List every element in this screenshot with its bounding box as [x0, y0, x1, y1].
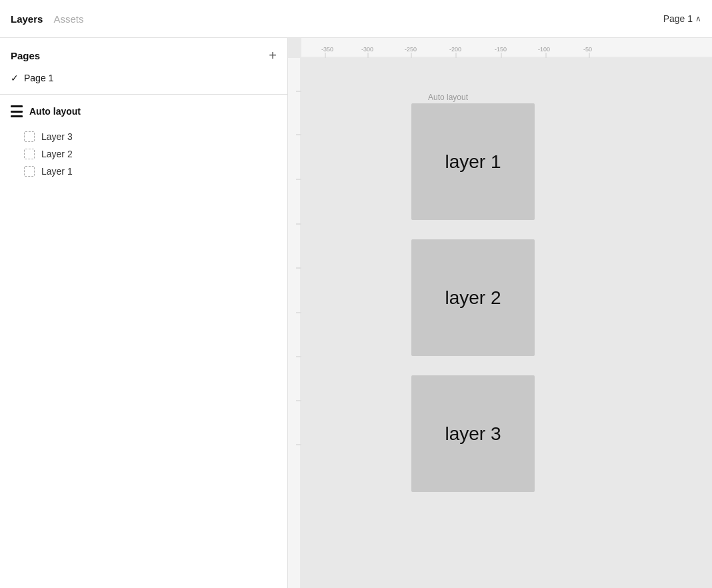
- pages-section: Pages + ✓ Page 1: [0, 38, 287, 95]
- layer-item-1[interactable]: Layer 1: [11, 163, 277, 180]
- checkmark-icon: ✓: [11, 73, 19, 83]
- svg-text:-200: -200: [449, 46, 461, 53]
- svg-text:-250: -250: [405, 46, 417, 53]
- ruler-horizontal: -350 -300 -250 -200 -150 -100 -50: [301, 38, 712, 58]
- pages-header: Pages +: [11, 49, 277, 62]
- canvas-box-layer1-label: layer 1: [445, 151, 501, 173]
- pages-title: Pages: [11, 50, 40, 61]
- layer-item-3[interactable]: Layer 3: [11, 128, 277, 145]
- header-left: Layers Assets: [11, 13, 663, 25]
- chevron-up-icon: ∧: [695, 14, 701, 23]
- canvas-box-layer2-label: layer 2: [445, 287, 501, 309]
- page-name: Page 1: [24, 73, 53, 83]
- svg-text:-50: -50: [583, 46, 592, 53]
- layer-dashed-icon: [24, 166, 35, 177]
- page-selector-label: Page 1: [663, 13, 693, 24]
- layer-name-2: Layer 2: [41, 149, 73, 159]
- ruler-vertical: -100 -50 0 50 100 150 200 250 300: [288, 58, 301, 588]
- layer-dashed-icon: [24, 131, 35, 142]
- header: Layers Assets Page 1 ∧: [0, 0, 712, 38]
- canvas-content: Auto layout layer 1 layer 2 layer 3: [301, 58, 712, 588]
- layer-name-1: Layer 1: [41, 166, 73, 177]
- svg-rect-16: [288, 58, 301, 588]
- svg-text:-150: -150: [495, 46, 507, 53]
- canvas[interactable]: -350 -300 -250 -200 -150 -100 -50: [288, 38, 712, 588]
- layers-section: Auto layout Layer 3 Layer 2 Layer 1: [0, 95, 287, 191]
- tab-assets[interactable]: Assets: [53, 13, 83, 25]
- auto-layout-icon: [11, 105, 23, 117]
- svg-text:-350: -350: [321, 46, 333, 53]
- page-item[interactable]: ✓ Page 1: [11, 70, 277, 86]
- svg-text:-300: -300: [361, 46, 373, 53]
- layer-item-2[interactable]: Layer 2: [11, 145, 277, 163]
- layer-name-3: Layer 3: [41, 131, 73, 142]
- frame-label: Auto layout: [428, 93, 468, 102]
- add-page-button[interactable]: +: [269, 49, 277, 62]
- sidebar: Pages + ✓ Page 1 Auto layout Layer 3: [0, 38, 288, 588]
- main: Pages + ✓ Page 1 Auto layout Layer 3: [0, 38, 712, 588]
- auto-layout-item[interactable]: Auto layout: [11, 105, 277, 117]
- tab-layers[interactable]: Layers: [11, 13, 43, 25]
- layer-dashed-icon: [24, 149, 35, 159]
- auto-layout-label: Auto layout: [29, 106, 81, 117]
- page-selector[interactable]: Page 1 ∧: [663, 13, 701, 24]
- canvas-box-layer1[interactable]: layer 1: [411, 103, 535, 220]
- svg-rect-0: [301, 38, 712, 58]
- svg-text:-100: -100: [538, 46, 550, 53]
- canvas-box-layer3-label: layer 3: [445, 423, 501, 445]
- canvas-box-layer3[interactable]: layer 3: [411, 375, 535, 492]
- canvas-box-layer2[interactable]: layer 2: [411, 239, 535, 356]
